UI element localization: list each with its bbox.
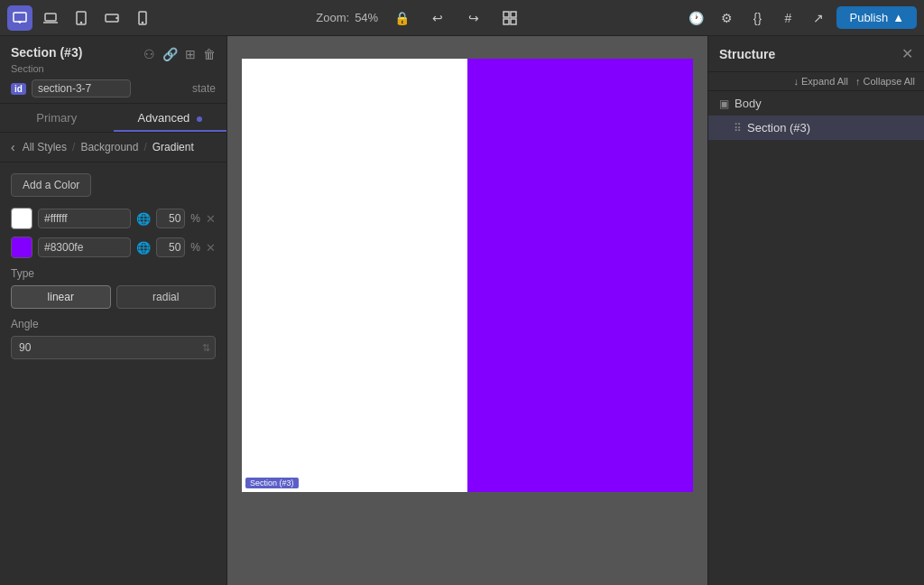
svg-rect-12 [511,12,516,17]
angle-arrows-icon: ⇅ [202,342,210,354]
mobile-landscape-icon[interactable] [99,5,125,31]
mobile-icon[interactable] [130,5,155,31]
publish-arrow-icon: ▲ [892,11,904,24]
svg-rect-11 [504,12,509,17]
tab-advanced[interactable]: Advanced [114,104,227,132]
type-buttons: linear radial [11,285,216,309]
color-hex-1[interactable] [38,209,131,228]
laptop-icon[interactable] [38,5,63,31]
gradient-section [242,59,693,492]
publish-label: Publish [849,11,888,24]
back-icon[interactable]: ‹ [11,140,15,154]
canvas-area[interactable]: Section (#3) [227,36,707,585]
type-linear-button[interactable]: linear [11,285,111,309]
percent-label-2: % [190,241,200,254]
id-input[interactable] [32,79,131,98]
percent-input-1[interactable] [156,209,185,228]
angle-label: Angle [11,318,216,330]
settings-icon[interactable]: ⚙ [714,5,739,31]
angle-input-wrap: ⇅ [11,336,216,359]
zoom-value[interactable]: 54% [355,11,378,24]
left-panel: Section (#3) ⚇ 🔗 ⊞ 🗑 Section id state Pr… [0,36,227,585]
delete-icon[interactable]: 🗑 [203,47,216,61]
svg-point-6 [81,22,82,23]
angle-input[interactable] [11,336,216,359]
svg-rect-0 [14,13,26,22]
code-icon[interactable]: {} [744,5,770,31]
tree-item-body[interactable]: ▣ Body [708,91,924,116]
panel-content: Add a Color 🌐 % ✕ 🌐 % ✕ Type [0,162,226,585]
lock-icon[interactable]: 🔒 [389,5,414,31]
clock-icon[interactable]: 🕐 [683,5,708,31]
color-swatch-1[interactable] [11,208,32,229]
toolbar-center: Zoom: 54% 🔒 ↩ ↪ [161,5,678,31]
structure-title: Structure [719,47,775,61]
percent-label-1: % [190,212,200,225]
tree-body-icon: ▣ [719,98,729,110]
group-icon[interactable]: ⚇ [143,47,155,61]
toolbar: Zoom: 54% 🔒 ↩ ↪ 🕐 ⚙ {} # ↗ Publish ▲ [0,0,924,36]
panel-header: Section (#3) ⚇ 🔗 ⊞ 🗑 Section id state [0,36,226,104]
copy-icon[interactable]: ⊞ [185,47,196,61]
main-layout: Section (#3) ⚇ 🔗 ⊞ 🗑 Section id state Pr… [0,36,924,585]
type-radial-button[interactable]: radial [116,285,217,309]
redo-icon[interactable]: ↪ [461,5,486,31]
right-panel-header: Structure ✕ [708,36,924,72]
grid-icon[interactable] [497,5,522,31]
breadcrumb-all-styles[interactable]: All Styles [23,141,67,153]
breadcrumb-gradient: Gradient [152,141,194,153]
breadcrumb-sep-1: / [72,141,75,153]
tree-body-label: Body [735,97,762,110]
tab-primary[interactable]: Primary [0,104,114,132]
publish-button[interactable]: Publish ▲ [836,6,917,29]
panel-subtitle: Section [11,63,216,74]
toolbar-left [7,5,155,31]
svg-rect-3 [45,14,56,21]
desktop-icon[interactable] [7,5,32,31]
breadcrumb-background[interactable]: Background [80,141,138,153]
type-label: Type [11,267,216,280]
tree-item-section[interactable]: ⠿ Section (#3) [708,116,924,140]
export-icon[interactable]: ↗ [806,5,831,31]
tree-section-label: Section (#3) [747,121,810,135]
hash-icon[interactable]: # [775,5,800,31]
add-color-button[interactable]: Add a Color [11,173,91,197]
svg-point-8 [116,17,117,18]
breadcrumb: ‹ All Styles / Background / Gradient [0,133,226,162]
undo-icon[interactable]: ↩ [425,5,450,31]
structure-controls: ↓ Expand All ↑ Collapse All [708,72,924,91]
zoom-display: Zoom: 54% [316,11,378,24]
tabs: Primary Advanced [0,104,226,133]
close-structure-button[interactable]: ✕ [901,45,913,62]
expand-all-button[interactable]: ↓ Expand All [793,76,848,87]
panel-icons: ⚇ 🔗 ⊞ 🗑 [143,47,216,61]
svg-rect-14 [511,19,516,24]
svg-rect-13 [504,19,509,24]
tablet-icon[interactable] [69,5,94,31]
globe-icon-2[interactable]: 🌐 [136,241,151,255]
collapse-all-button[interactable]: ↑ Collapse All [855,76,915,87]
toolbar-right: 🕐 ⚙ {} # ↗ Publish ▲ [683,5,917,31]
globe-icon-1[interactable]: 🌐 [136,212,151,226]
panel-title: Section (#3) [11,45,82,60]
breadcrumb-sep-2: / [143,141,146,153]
tab-dot [197,116,202,122]
link-icon[interactable]: 🔗 [162,47,178,61]
color-swatch-2[interactable] [11,237,32,258]
canvas-content: Section (#3) [242,59,693,492]
zoom-label: Zoom: [316,11,349,24]
section-label-overlay: Section (#3) [245,478,299,488]
percent-input-2[interactable] [156,237,185,257]
tree-section-icon: ⠿ [734,122,742,135]
state-label: state [192,82,216,95]
svg-point-10 [143,22,143,23]
color-stop-1: 🌐 % ✕ [11,208,216,229]
remove-color-2[interactable]: ✕ [206,241,216,255]
remove-color-1[interactable]: ✕ [206,212,216,226]
canvas-wrapper: Section (#3) [227,36,707,585]
color-stop-2: 🌐 % ✕ [11,237,216,258]
right-panel: Structure ✕ ↓ Expand All ↑ Collapse All … [707,36,924,585]
color-hex-2[interactable] [38,237,131,257]
id-badge: id [11,83,26,95]
